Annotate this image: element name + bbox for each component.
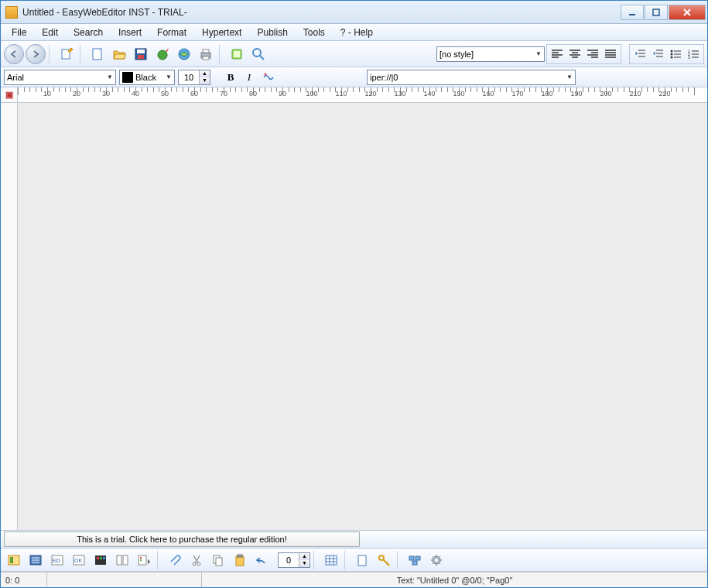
paste-button[interactable] (230, 550, 250, 570)
window-title: Untitled - EasyWebEditor INST - TRIAL- (22, 7, 620, 18)
menu-file[interactable]: File (5, 26, 32, 39)
font-size-stepper[interactable]: ▲ ▼ (178, 70, 210, 85)
font-color-dropdown[interactable]: Black ▼ (119, 70, 175, 85)
page-props-button[interactable] (352, 550, 372, 570)
view-menu-button[interactable] (134, 550, 154, 570)
table-button[interactable] (321, 550, 341, 570)
clip-button[interactable] (165, 550, 185, 570)
separator (344, 551, 349, 569)
status-spacer (47, 573, 202, 587)
print-button[interactable] (196, 44, 216, 64)
font-size-input[interactable] (179, 73, 199, 82)
style-dropdown[interactable]: [no style] ▼ (436, 46, 545, 62)
preview-button[interactable] (174, 44, 194, 64)
open-button[interactable] (109, 44, 129, 64)
svg-rect-43 (238, 555, 242, 557)
align-justify-button[interactable] (602, 46, 619, 63)
maximize-button[interactable] (645, 5, 668, 20)
undo-button[interactable] (251, 550, 272, 570)
menu-search[interactable]: Search (67, 26, 109, 39)
svg-rect-11 (203, 56, 209, 60)
stepper-down[interactable]: ▼ (199, 77, 210, 84)
indent-button[interactable] (649, 46, 666, 63)
settings-button[interactable] (426, 550, 446, 570)
bold-button[interactable]: B (223, 70, 238, 85)
publish-button[interactable] (152, 44, 173, 64)
italic-button[interactable]: I (241, 70, 257, 85)
svg-rect-33 (117, 556, 121, 565)
svg-rect-23 (10, 557, 13, 563)
menu-help[interactable]: ? - Help (334, 26, 379, 39)
zoom-button[interactable] (248, 44, 268, 64)
url-dropdown[interactable]: iper://|0 ▼ (367, 70, 576, 85)
document-canvas[interactable] (18, 103, 707, 530)
new-button[interactable] (87, 44, 108, 64)
view-film-button[interactable] (91, 550, 111, 570)
align-left-button[interactable] (549, 46, 566, 63)
page-number-stepper[interactable]: ▲ ▼ (278, 552, 310, 568)
bullet-list-button[interactable] (667, 46, 684, 63)
book-button[interactable] (227, 44, 247, 64)
ruler-vertical[interactable] (1, 103, 18, 530)
app-window: Untitled - EasyWebEditor INST - TRIAL- F… (0, 0, 708, 588)
stepper-up[interactable]: ▲ (299, 553, 310, 560)
stepper-up[interactable]: ▲ (199, 70, 210, 77)
menu-edit[interactable]: Edit (36, 26, 64, 39)
menu-format[interactable]: Format (151, 26, 193, 39)
ruler-horizontal: ▣ 10203040506070809010011012013014015016… (1, 87, 707, 103)
menu-insert[interactable]: Insert (112, 26, 148, 39)
separator (313, 551, 318, 569)
back-button[interactable] (4, 44, 24, 64)
page-number-input[interactable] (279, 556, 299, 565)
svg-rect-49 (412, 561, 417, 565)
align-group (546, 44, 621, 64)
outdent-button[interactable] (631, 46, 648, 63)
copy-button[interactable] (208, 550, 228, 570)
align-right-button[interactable] (584, 46, 601, 63)
minimize-button[interactable] (621, 5, 644, 20)
menu-publish[interactable]: Publish (251, 26, 293, 39)
statusbar: 0: 0 Text: "Untitled 0" @0/0; "Pag0" (1, 572, 707, 587)
svg-rect-29 (95, 556, 106, 565)
number-list-button[interactable]: 123 (685, 46, 702, 63)
indent-list-group: 123 (629, 44, 704, 64)
key-button[interactable] (374, 550, 394, 570)
svg-rect-35 (139, 556, 146, 565)
cut-button[interactable] (186, 550, 207, 570)
svg-rect-5 (137, 50, 145, 53)
svg-point-14 (253, 49, 261, 56)
style-value: [no style] (440, 50, 474, 59)
ruler-toggle[interactable]: ▣ (1, 87, 18, 102)
view-list-button[interactable] (26, 550, 46, 570)
svg-rect-10 (203, 50, 209, 53)
view-ok-button[interactable]: OK (69, 550, 89, 570)
url-value: iper://|0 (370, 73, 398, 82)
dropdown-arrow-icon: ▼ (107, 74, 113, 80)
ruler-scale[interactable]: 1020304050607080901001101201301401501601… (18, 87, 707, 102)
svg-rect-34 (123, 556, 128, 565)
separator (397, 551, 402, 569)
close-button[interactable] (669, 5, 706, 20)
effects-button[interactable] (260, 70, 275, 85)
separator (219, 45, 224, 63)
view-edit-button[interactable]: ED (47, 550, 67, 570)
app-icon (5, 6, 18, 19)
view-split-button[interactable] (112, 550, 132, 570)
trial-purchase-button[interactable]: This is a trial. Click here to purchase … (4, 532, 360, 547)
forward-button[interactable] (26, 44, 46, 64)
svg-rect-48 (416, 556, 420, 560)
edit-page-button[interactable] (56, 44, 77, 64)
view-page-button[interactable] (4, 550, 24, 570)
stepper-down[interactable]: ▼ (299, 560, 310, 567)
stepper-buttons: ▲ ▼ (299, 553, 310, 567)
menu-tools[interactable]: Tools (297, 26, 331, 39)
toolbar-bottom: ED OK ▲ ▼ (1, 549, 707, 572)
save-button[interactable] (131, 44, 151, 64)
align-center-button[interactable] (566, 46, 583, 63)
font-dropdown[interactable]: Arial ▼ (4, 70, 116, 85)
svg-rect-6 (138, 55, 144, 59)
svg-rect-13 (234, 51, 240, 57)
menu-hypertext[interactable]: Hypertext (196, 26, 248, 39)
components-button[interactable] (405, 550, 425, 570)
status-position: 0: 0 (1, 573, 47, 587)
